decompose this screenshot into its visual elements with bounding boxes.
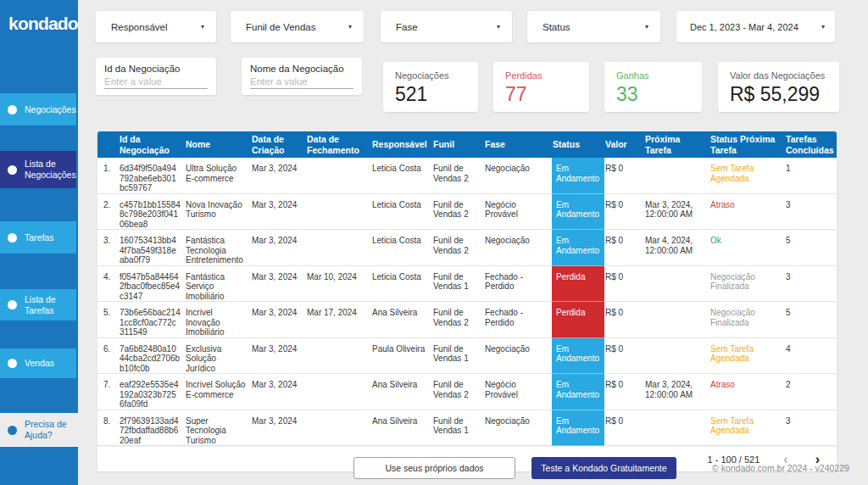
column-header[interactable]: Próxima Tarefa xyxy=(644,131,709,158)
sidebar-item-lista-de-tarefas[interactable]: Lista de Tarefas xyxy=(0,289,76,321)
filter-dropdown-funil-de-vendas[interactable]: Funil de Vendas ▾ xyxy=(231,11,364,42)
sidebar-item-precisa-de-ajuda[interactable]: Precisa de Ajuda? xyxy=(0,413,78,447)
cell-valor: R$ 0 xyxy=(604,193,644,230)
cell-nome: Fantástica Tecnologia Entretenimento xyxy=(185,230,251,266)
cell-tarefas: 3 xyxy=(785,193,837,230)
cell-id: c457b1bb155848c798e203f04106bea8 xyxy=(119,193,185,230)
column-header[interactable]: Data de Fechamento xyxy=(306,131,371,158)
table-body: 1.6d34f9f50a494792abe6eb301bc59767Ultra … xyxy=(97,158,837,446)
cell-proxima xyxy=(644,302,709,338)
cell-fase: Negócio Provável xyxy=(484,193,552,230)
column-header[interactable]: Fase xyxy=(484,131,552,158)
sidebar-item-negocia-es[interactable]: Negociações xyxy=(0,93,76,125)
cell-funil: Funil de Vendas 1 xyxy=(432,265,484,302)
column-header[interactable]: Responsável xyxy=(371,131,432,158)
filter-dropdown-fase[interactable]: Fase ▾ xyxy=(381,11,512,42)
try-kondado-button[interactable]: Teste a Kondado Gratuitamente xyxy=(531,457,676,479)
cell-status-proxima: Sem Tarefa Agendada xyxy=(709,337,785,374)
column-header[interactable]: Nome xyxy=(185,131,251,158)
cell-num: 7. xyxy=(97,374,119,410)
cell-criacao: Mar 3, 2024 xyxy=(251,302,306,338)
deal-id-input[interactable] xyxy=(104,74,208,89)
column-header[interactable]: Funil xyxy=(432,131,484,158)
cell-funil: Funil de Vendas 2 xyxy=(432,230,484,266)
cell-fase: Fechado - Perdido xyxy=(484,265,552,302)
column-header[interactable]: Id da Negociação xyxy=(119,131,185,158)
cell-num: 8. xyxy=(97,410,119,446)
cell-responsavel: Leticia Costa xyxy=(371,230,432,266)
cell-nome: Incrivel Solução E-commerce xyxy=(185,374,251,410)
date-range-value: Dec 1, 2023 - Mar 4, 2024 xyxy=(690,22,798,32)
filter-dropdown-respons-vel[interactable]: Responsável ▾ xyxy=(96,11,216,42)
cell-nome: Ultra Solução E-commerce xyxy=(185,158,251,193)
deals-table-card: Id da NegociaçãoNomeData de CriaçãoData … xyxy=(97,131,837,471)
cell-funil: Funil de Vendas 1 xyxy=(432,410,484,446)
cell-id: 7a6b82480a1044cba2cd2706bb10fc0b xyxy=(119,337,185,374)
cell-fechamento xyxy=(306,337,371,374)
cell-nome: Nova Inovação Turismo xyxy=(185,193,251,230)
deal-name-input[interactable] xyxy=(250,74,353,89)
bullet-icon xyxy=(8,426,17,435)
cell-valor: R$ 0 xyxy=(604,265,644,302)
cell-status-proxima: Atraso xyxy=(709,374,785,410)
bullet-icon xyxy=(8,300,17,309)
column-header[interactable]: Valor xyxy=(604,131,644,158)
cell-fechamento xyxy=(306,193,371,230)
cell-num: 3. xyxy=(97,230,119,266)
use-own-data-button[interactable]: Use seus próprios dados xyxy=(353,457,515,479)
chevron-down-icon: ▾ xyxy=(201,23,204,31)
filter-dropdown-status[interactable]: Status ▾ xyxy=(527,11,660,42)
sidebar-item-lista-de-negocia-es[interactable]: Lista de Negociações xyxy=(0,151,76,188)
table-row: 4.f0547b5a844642fbac0fbec85e4c3147Fantás… xyxy=(97,265,837,302)
cell-status: Perdida xyxy=(552,265,604,302)
cell-id: 6d34f9f50a494792abe6eb301bc59767 xyxy=(119,158,185,193)
cell-status: Perdida xyxy=(552,302,604,338)
cell-proxima: Mar 3, 2024, 12:00:00 AM xyxy=(644,374,709,410)
bullet-icon xyxy=(8,165,17,175)
table-row: 5.73b6e56bac2141cc8cf0ac772c311549Incriv… xyxy=(97,302,837,338)
sidebar: kondado Negociações Lista de Negociações… xyxy=(0,0,78,485)
column-header[interactable]: Status Próxima Tarefa xyxy=(709,131,785,158)
cell-fechamento xyxy=(306,158,371,193)
cell-valor: R$ 0 xyxy=(604,337,644,374)
cell-fechamento xyxy=(306,374,371,410)
sidebar-item-tarefas[interactable]: Tarefas xyxy=(0,221,76,254)
cell-responsavel: Ana Silveira xyxy=(371,410,432,446)
date-range-filter[interactable]: Dec 1, 2023 - Mar 4, 2024 ▾ xyxy=(676,11,835,42)
cell-valor: R$ 0 xyxy=(604,230,644,266)
cell-funil: Funil de Vendas 2 xyxy=(432,302,484,338)
cell-nome: Incrivel Inovação Imobiliário xyxy=(185,302,251,338)
column-header[interactable]: Data de Criação xyxy=(251,131,306,158)
cell-id: 73b6e56bac2141cc8cf0ac772c311549 xyxy=(119,302,185,338)
cell-status: Em Andamento xyxy=(552,193,604,230)
cell-nome: Exclusiva Solução Jurídico xyxy=(185,337,251,374)
cell-funil: Funil de Vendas 2 xyxy=(432,158,484,193)
cell-status-proxima: Negociação Finalizada xyxy=(709,302,785,338)
cell-status: Em Andamento xyxy=(552,374,604,410)
cell-funil: Funil de Vendas 1 xyxy=(432,337,484,374)
table-row: 1.6d34f9f50a494792abe6eb301bc59767Ultra … xyxy=(97,158,837,193)
cell-proxima xyxy=(644,265,709,302)
cell-responsavel: Paula Oliveira xyxy=(371,337,432,374)
cell-num: 6. xyxy=(97,337,119,374)
cell-status: Em Andamento xyxy=(552,230,604,266)
column-header[interactable]: Status xyxy=(552,131,604,158)
table-row: 6.7a6b82480a1044cba2cd2706bb10fc0bExclus… xyxy=(97,337,837,374)
table-row: 7.eaf292e5535e4192a0323b7256fa09fdIncriv… xyxy=(97,374,837,410)
cell-fase: Fechado - Perdido xyxy=(484,302,552,338)
cell-responsavel: Ana Silveira xyxy=(371,374,432,410)
cell-responsavel: Leticia Costa xyxy=(371,193,432,230)
cell-responsavel: Ana Silveira xyxy=(371,302,432,338)
cell-valor: R$ 0 xyxy=(604,374,644,410)
cell-proxima: Mar 4, 2024, 12:00:00 AM xyxy=(644,230,709,266)
sidebar-item-vendas[interactable]: Vendas xyxy=(0,348,76,378)
kpi-card-valor-das-negocia-es: Valor das Negociações R$ 55,299 xyxy=(718,62,839,112)
chevron-down-icon: ▾ xyxy=(821,23,825,31)
cell-criacao: Mar 3, 2024 xyxy=(251,193,306,230)
kpi-card-ganhas: Ganhas 33 xyxy=(604,62,702,112)
table-header-row: Id da NegociaçãoNomeData de CriaçãoData … xyxy=(97,131,837,158)
cell-tarefas: 5 xyxy=(785,230,837,266)
cell-fechamento xyxy=(306,230,371,266)
column-header[interactable]: Tarefas Concluídas xyxy=(785,131,837,158)
cell-tarefas: 4 xyxy=(785,337,837,374)
